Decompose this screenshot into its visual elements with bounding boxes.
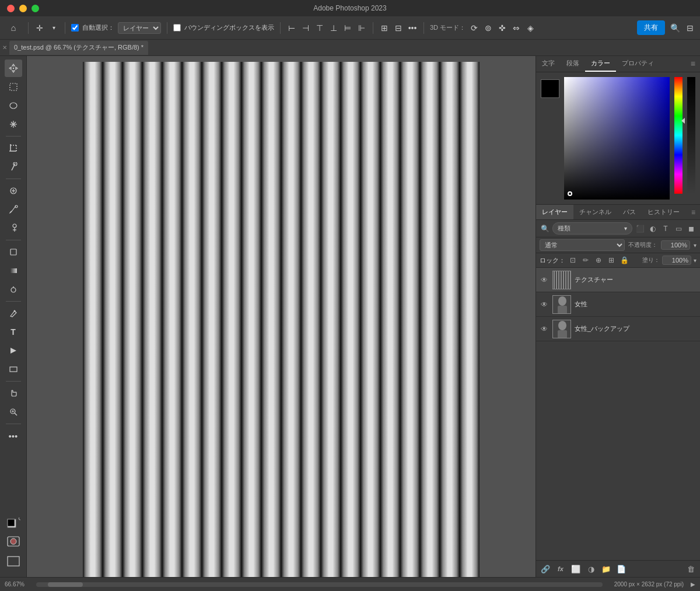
hand-tool[interactable] <box>5 384 22 402</box>
lock-move-icon[interactable]: ⊕ <box>593 255 604 265</box>
move-tool[interactable] <box>5 60 22 77</box>
tab-history[interactable]: ヒストリー <box>642 205 685 219</box>
tab-paths[interactable]: パス <box>617 205 642 219</box>
3d-rotate-icon[interactable]: ⟳ <box>469 23 480 33</box>
align-center-v-icon[interactable]: ⊨ <box>342 23 353 33</box>
color-gradient-picker[interactable] <box>564 77 670 200</box>
spot-healing-brush-tool[interactable] <box>5 182 22 200</box>
layer-visibility-woman[interactable]: 👁 <box>540 300 549 309</box>
tab-dandan[interactable]: 段落 <box>561 56 585 72</box>
document-tab[interactable]: 0_test.psd @ 66.7% (テクスチャー, RGB/8) * <box>9 41 148 55</box>
filter-pixel-icon[interactable]: ⬛ <box>635 223 645 234</box>
canvas-area[interactable] <box>27 56 536 577</box>
clone-stamp-tool[interactable] <box>5 219 22 237</box>
link-layers-icon[interactable]: 🔗 <box>540 563 551 575</box>
layer-item-woman[interactable]: 👁 女性 <box>536 292 700 317</box>
lasso-tool[interactable] <box>5 97 22 114</box>
filter-shape-icon[interactable]: ▭ <box>673 223 684 234</box>
fill-value[interactable]: 100% <box>662 256 691 265</box>
layers-panel-menu[interactable]: ≡ <box>687 206 700 219</box>
tab-properties[interactable]: プロパティ <box>616 56 660 72</box>
layer-effects-icon[interactable]: fx <box>555 563 566 575</box>
tab-channels[interactable]: チャンネル <box>573 205 617 219</box>
tab-color[interactable]: カラー <box>585 56 616 72</box>
pen-tool[interactable] <box>5 305 22 322</box>
kind-dropdown-arrow[interactable]: ▾ <box>624 225 627 232</box>
foreground-background-colors[interactable]: ↺ <box>5 513 22 530</box>
color-panel-menu-icon[interactable]: ≡ <box>686 56 700 72</box>
delete-layer-icon[interactable]: 🗑 <box>685 563 696 575</box>
magic-wand-tool[interactable] <box>5 116 22 133</box>
search-icon[interactable]: 🔍 <box>670 23 680 33</box>
screen-mode-icon[interactable] <box>5 552 22 570</box>
workspace-icon[interactable]: ⊟ <box>685 23 695 33</box>
opacity-dropdown[interactable]: ▾ <box>694 242 696 249</box>
blend-mode-select[interactable]: 通常 <box>540 239 625 251</box>
horizontal-scrollbar[interactable] <box>36 582 603 587</box>
gradient-tool[interactable] <box>5 262 22 279</box>
fill-dropdown[interactable]: ▾ <box>694 257 696 264</box>
rectangular-marquee-tool[interactable] <box>5 78 22 96</box>
brush-tool[interactable] <box>5 201 22 218</box>
move-tool-arrow[interactable]: ▾ <box>48 23 59 33</box>
type-tool[interactable]: T <box>5 323 22 341</box>
align-center-h-icon[interactable]: ⊣ <box>300 23 311 33</box>
zoom-tool[interactable] <box>5 403 22 421</box>
auto-select-checkbox[interactable] <box>71 24 79 32</box>
bounding-box-checkbox[interactable] <box>173 24 181 32</box>
opacity-value[interactable]: 100% <box>661 240 690 250</box>
layer-mask-icon[interactable]: ⬜ <box>570 563 582 575</box>
rectangle-tool[interactable] <box>5 361 22 378</box>
align-left-icon[interactable]: ⊢ <box>286 23 297 33</box>
canvas[interactable] <box>83 62 480 577</box>
home-icon[interactable]: ⌂ <box>5 19 22 37</box>
hue-spectrum-bar[interactable] <box>674 77 682 194</box>
filter-type-icon[interactable]: T <box>660 223 671 234</box>
crop-tool[interactable] <box>5 139 22 157</box>
quick-mask-icon[interactable] <box>5 533 22 550</box>
new-group-icon[interactable]: 📁 <box>600 563 612 575</box>
foreground-color-swatch[interactable] <box>541 79 559 98</box>
layer-item-woman-backup[interactable]: 👁 女性_バックアップ <box>536 317 700 341</box>
lock-all-icon[interactable]: 🔒 <box>619 255 629 265</box>
lock-artboard-icon[interactable]: ⊞ <box>606 255 617 265</box>
tab-close-icon[interactable]: ✕ <box>2 44 7 51</box>
new-layer-icon[interactable]: 📄 <box>615 563 627 575</box>
tab-layers[interactable]: レイヤー <box>536 205 573 219</box>
layer-select[interactable]: レイヤー <box>118 22 161 34</box>
more-tools-icon[interactable]: ••• <box>5 427 22 445</box>
align-right-icon[interactable]: ⊤ <box>314 23 325 33</box>
close-button[interactable] <box>7 5 15 12</box>
eraser-tool[interactable] <box>5 243 22 261</box>
share-button[interactable]: 共有 <box>637 20 665 35</box>
dodge-tool[interactable] <box>5 281 22 298</box>
minimize-button[interactable] <box>19 5 27 12</box>
distribute-v-icon[interactable]: ⊟ <box>393 23 404 33</box>
svg-point-17 <box>13 224 16 228</box>
search-icon[interactable]: 🔍 <box>540 223 550 234</box>
eyedropper-tool[interactable] <box>5 158 22 176</box>
move-tool-options[interactable]: ✛ <box>34 23 45 33</box>
align-top-icon[interactable]: ⊥ <box>328 23 339 33</box>
distribute-h-icon[interactable]: ⊞ <box>379 23 390 33</box>
maximize-button[interactable] <box>32 5 39 12</box>
more-options-icon[interactable]: ••• <box>407 23 418 33</box>
layers-search-field[interactable]: 種類 ▾ <box>552 222 632 235</box>
tab-moji[interactable]: 文字 <box>536 56 561 72</box>
filter-adjust-icon[interactable]: ◐ <box>648 223 658 234</box>
adjustment-layer-icon[interactable]: ◑ <box>585 563 597 575</box>
filter-smart-icon[interactable]: ◼ <box>686 223 696 234</box>
scrollbar-thumb[interactable] <box>48 582 83 587</box>
opacity-bar[interactable] <box>687 77 695 194</box>
layer-visibility-woman-backup[interactable]: 👁 <box>540 324 549 334</box>
align-bottom-icon[interactable]: ⊩ <box>356 23 367 33</box>
3d-slide-icon[interactable]: ⇔ <box>511 23 522 33</box>
lock-brush-icon[interactable]: ✏ <box>580 255 591 265</box>
layer-visibility-texture[interactable]: 👁 <box>540 275 549 285</box>
3d-pan-icon[interactable]: ✜ <box>497 23 508 33</box>
3d-roll-icon[interactable]: ⊚ <box>483 23 494 33</box>
layer-item-texture[interactable]: 👁 <box>536 268 700 292</box>
3d-scale-icon[interactable]: ◈ <box>525 23 536 33</box>
lock-checkerboard-icon[interactable]: ⊡ <box>568 255 578 265</box>
path-selection-tool[interactable] <box>5 342 22 359</box>
